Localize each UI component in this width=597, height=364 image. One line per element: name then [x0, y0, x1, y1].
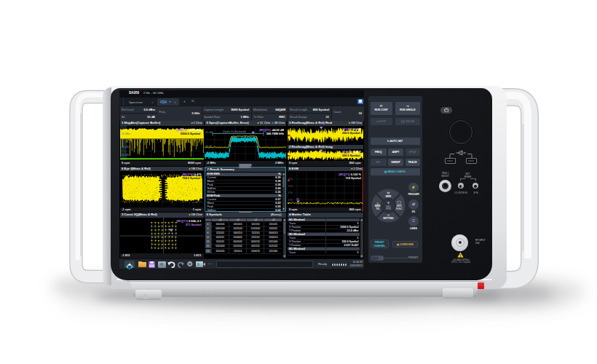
svg-text:-60 dBm: -60 dBm: [121, 153, 130, 156]
svg-text:-20 dBm: -20 dBm: [121, 132, 130, 135]
svg-text:PEAK: PEAK: [385, 207, 391, 210]
svg-text:1 %: 1 %: [288, 199, 293, 202]
svg-text:SETTING: SETTING: [383, 217, 394, 220]
svg-text:M1: M1: [296, 198, 299, 201]
svg-text:FUNC: FUNC: [395, 207, 403, 210]
svg-text:MKR: MKR: [385, 194, 391, 197]
svg-text:!: !: [460, 253, 462, 257]
svg-text:-40 dB: -40 dB: [205, 131, 212, 134]
svg-text:Usable I/Q Bandwidth: Usable I/Q Bandwidth: [223, 130, 246, 132]
svg-text:2 %: 2 %: [288, 191, 293, 194]
svg-text:-40 dBm: -40 dBm: [121, 145, 130, 148]
svg-text:3 %: 3 %: [288, 185, 293, 188]
svg-text:TO: TO: [376, 207, 379, 210]
